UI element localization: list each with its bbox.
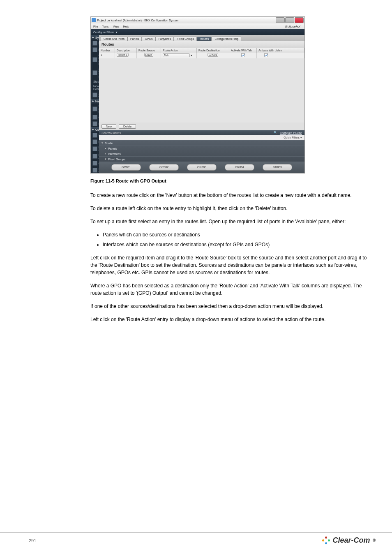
col-act-listen[interactable]: Activate With Listen bbox=[257, 48, 304, 53]
close-button[interactable] bbox=[295, 17, 304, 23]
cell-source[interactable]: David bbox=[137, 53, 161, 58]
para-5: Where a GPO has been selected as a desti… bbox=[90, 282, 367, 297]
menu-help[interactable]: Help bbox=[123, 25, 129, 28]
quick-filters[interactable]: Quick Filters ▾ bbox=[99, 135, 304, 140]
tab-cards-ports[interactable]: Cards And Ports bbox=[101, 37, 127, 41]
sidebar-partylines[interactable]: Partylines bbox=[91, 139, 99, 145]
palette-item[interactable]: GR004 bbox=[225, 164, 254, 171]
palette-tree: Studio Panels Interfaces Fixed Groups bbox=[99, 140, 304, 162]
col-act-talk[interactable]: Activate With Talk bbox=[229, 48, 257, 53]
cell-act-talk[interactable] bbox=[229, 53, 257, 58]
search-icon[interactable]: 🔍 bbox=[274, 131, 277, 134]
minimize-button[interactable] bbox=[276, 17, 285, 23]
sidebar-gpos[interactable]: GPOs bbox=[91, 114, 99, 120]
col-destination[interactable]: Route Destination bbox=[197, 48, 229, 53]
sidebar-controls[interactable]: Controls bbox=[91, 160, 99, 166]
sidebar-gpis[interactable]: GPIs bbox=[91, 120, 99, 127]
gpo-icon bbox=[92, 115, 97, 120]
brand-logo-footer: Clear-Com® bbox=[322, 536, 376, 545]
tab-gpos[interactable]: GPOs bbox=[142, 37, 155, 41]
sidebar-fixed-groups[interactable]: Fixed Groups bbox=[91, 145, 99, 153]
sidebar-section-hardware[interactable]: ▸ Hardware bbox=[91, 99, 99, 104]
col-action[interactable]: Route Action bbox=[161, 48, 197, 53]
para-2: To delete a route left click on the rout… bbox=[90, 205, 367, 212]
window-titlebar: Project on localhost (Administrator) - E… bbox=[91, 17, 304, 23]
tree-interfaces[interactable]: Interfaces bbox=[99, 151, 304, 156]
sidebar-panels[interactable]: Panels bbox=[91, 132, 99, 139]
col-source[interactable]: Route Source bbox=[137, 48, 161, 53]
cell-action[interactable]: Talk ▾ bbox=[161, 53, 197, 58]
col-description[interactable]: Description bbox=[115, 48, 137, 53]
para-6: If one of the other sources/destinations… bbox=[90, 303, 367, 310]
sidebar-section-config[interactable]: ▸ Configuration bbox=[91, 127, 99, 132]
grid-header: Number Description Route Source Route Ac… bbox=[99, 48, 304, 53]
tree-panels[interactable]: Panels bbox=[99, 146, 304, 151]
panels-icon bbox=[92, 133, 97, 138]
para-4: Left click on the required item and drag… bbox=[90, 254, 367, 276]
search-input[interactable]: Search Entities bbox=[101, 132, 184, 134]
new-button[interactable]: New bbox=[101, 124, 116, 129]
gpi-icon bbox=[92, 121, 97, 126]
tab-panels[interactable]: Panels bbox=[127, 37, 142, 41]
delete-button[interactable]: Delete bbox=[119, 124, 136, 129]
cards-icon bbox=[92, 106, 97, 111]
sidebar-local-adv[interactable]: Local Advanced bbox=[91, 153, 99, 160]
menu-tools[interactable]: Tools bbox=[102, 25, 108, 28]
app-icon bbox=[92, 18, 96, 22]
app-screenshot: Project on localhost (Administrator) - E… bbox=[90, 16, 305, 173]
sidebar-new-config[interactable]: New Configuration bbox=[91, 84, 99, 91]
sidebar: ▸ System Layout Monitoring Go Online (No… bbox=[91, 35, 99, 173]
configure-filters-bar[interactable]: Configure Filters ▼ bbox=[91, 29, 304, 35]
tab-config-help[interactable]: Configuration Help bbox=[212, 37, 241, 41]
content-title: Routes bbox=[99, 41, 304, 48]
grid-row[interactable]: 1 Route 1 David Talk ▾ GP001 bbox=[99, 53, 304, 58]
palette-item[interactable]: GR001 bbox=[111, 164, 141, 171]
tab-partylines[interactable]: Partylines bbox=[155, 37, 174, 41]
tab-routes[interactable]: Routes bbox=[197, 37, 212, 41]
col-number[interactable]: Number bbox=[99, 48, 115, 53]
sidebar-item-monitoring[interactable]: Monitoring bbox=[91, 46, 99, 53]
configure-filters-label: Configure Filters ▼ bbox=[93, 31, 118, 34]
sidebar-section-system[interactable]: ▸ System bbox=[91, 35, 99, 40]
configure-palette-link[interactable]: Configure Palette bbox=[280, 132, 302, 134]
tab-fixed-groups[interactable]: Fixed Groups bbox=[174, 37, 197, 41]
menu-view[interactable]: View bbox=[113, 25, 119, 28]
tree-fixed-groups[interactable]: Fixed Groups bbox=[99, 156, 304, 162]
sidebar-item-go-online[interactable]: Go Online (No Merge) bbox=[91, 53, 99, 66]
bullet-1: Panels which can be sources or destinati… bbox=[103, 231, 367, 238]
window-title: Project on localhost (Administrator) - E… bbox=[97, 19, 178, 22]
sidebar-item-layout[interactable]: Layout bbox=[91, 40, 99, 46]
brand-dots-icon bbox=[322, 536, 330, 545]
palette-item[interactable]: GR003 bbox=[187, 164, 217, 171]
brand-text: Clear-Com bbox=[333, 536, 370, 545]
maximize-button[interactable] bbox=[285, 17, 294, 23]
sort-icon bbox=[92, 168, 97, 173]
apply2-icon bbox=[92, 92, 97, 97]
fg-icon bbox=[92, 146, 97, 151]
sidebar-apply-changes[interactable]: Apply Changes bbox=[91, 91, 99, 99]
para-3: To set up a route first select an entry … bbox=[90, 218, 367, 225]
local-icon bbox=[92, 154, 97, 159]
apply-icon bbox=[92, 70, 97, 75]
sidebar-sort-groups[interactable]: Sort Groups bbox=[91, 166, 99, 173]
sidebar-studio-hdr: Studio bbox=[91, 79, 99, 84]
cell-destination[interactable]: GP001 bbox=[197, 53, 229, 58]
tree-studio[interactable]: Studio bbox=[99, 140, 304, 146]
routes-grid: Number Description Route Source Route Ac… bbox=[99, 48, 304, 130]
online-icon bbox=[92, 57, 97, 62]
page-footer: 291 Clear-Com® bbox=[0, 532, 392, 545]
para-1: To create a new route click on the 'New'… bbox=[90, 192, 367, 199]
party-icon bbox=[92, 139, 97, 144]
palette-item[interactable]: GR005 bbox=[263, 164, 292, 171]
palette-item[interactable]: GR002 bbox=[149, 164, 179, 171]
cell-description[interactable]: Route 1 bbox=[115, 53, 137, 58]
brand-logo: EclipseHX bbox=[285, 25, 300, 28]
sidebar-cards-ports[interactable]: Cards and Ports bbox=[91, 104, 99, 114]
menu-file[interactable]: File bbox=[93, 25, 98, 28]
palette-searchbar: Search Entities 🔍 Configure Palette bbox=[99, 130, 304, 135]
figure-caption: Figure 11-5 Route with GPO Output bbox=[90, 178, 367, 183]
page-number: 291 bbox=[29, 538, 36, 543]
content-area: Cards And Ports Panels GPOs Partylines F… bbox=[99, 35, 304, 173]
cell-act-listen[interactable] bbox=[257, 53, 304, 58]
sidebar-item-apply-changes-sys[interactable]: Apply Changes To System bbox=[91, 66, 99, 79]
